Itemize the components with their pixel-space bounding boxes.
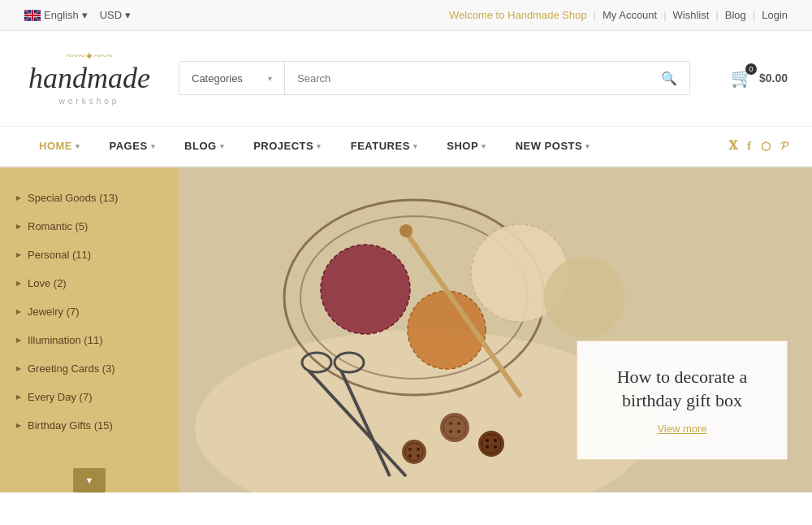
sidebar-arrow-1: ▶ — [16, 194, 21, 202]
cart-badge: 0 — [745, 63, 757, 75]
sidebar-item-jewelry[interactable]: ▶ Jewelry (7) — [0, 297, 179, 326]
svg-point-34 — [486, 445, 489, 449]
nav-pages-arrow: ▾ — [151, 142, 156, 150]
top-bar: English ▾ USD ▾ Welcome to Handmade Shop… — [0, 0, 812, 31]
cart-icon-wrap: 🛒 0 — [731, 67, 753, 89]
nav-features-label: FEATURES — [351, 140, 410, 152]
sep4: | — [753, 9, 755, 21]
nav-blog-label: BLOG — [184, 140, 217, 152]
logo-script: handmade — [24, 63, 154, 95]
sidebar-item-romantic[interactable]: ▶ Romantic (5) — [0, 212, 179, 241]
svg-point-30 — [478, 431, 504, 457]
hero-image: How to decorate a birthday gift box View… — [179, 167, 812, 492]
hero-section: ▶ Special Goods (13) ▶ Romantic (5) ▶ Pe… — [0, 167, 812, 492]
nav-projects-arrow: ▾ — [317, 142, 322, 150]
nav-item-projects[interactable]: PROJECTS ▾ — [239, 126, 336, 167]
sidebar-arrow-5: ▶ — [16, 308, 21, 315]
sidebar-item-greeting-cards[interactable]: ▶ Greeting Cards (3) — [0, 354, 179, 383]
svg-point-20 — [449, 422, 452, 425]
logo[interactable]: ~~~✦~~~ handmade workshop — [24, 51, 154, 106]
logo-subtitle: workshop — [24, 97, 154, 106]
sidebar-arrow-7: ▶ — [16, 365, 21, 372]
categories-chevron: ▾ — [268, 74, 272, 83]
nav-pages-label: PAGES — [110, 140, 148, 152]
nav-projects-label: PROJECTS — [253, 140, 313, 152]
sidebar-label-special-goods: Special Goods (13) — [28, 192, 118, 204]
sidebar-arrow-9: ▶ — [16, 422, 21, 429]
nav-new-posts-label: NEW POSTS — [516, 140, 583, 152]
currency-selector[interactable]: USD ▾ — [100, 9, 131, 21]
language-label: English — [44, 9, 79, 21]
sidebar-label-jewelry: Jewelry (7) — [28, 306, 80, 318]
login-link[interactable]: Login — [762, 9, 788, 21]
svg-point-35 — [494, 445, 497, 449]
logo-swirl: ~~~✦~~~ — [24, 51, 154, 63]
svg-point-13 — [400, 224, 412, 237]
sidebar-arrow-8: ▶ — [16, 393, 21, 401]
nav-item-blog[interactable]: BLOG ▾ — [170, 126, 239, 167]
svg-point-32 — [486, 439, 489, 442]
cart-widget[interactable]: 🛒 0 $0.00 — [731, 67, 788, 89]
nav-social: 𝕏 f ⬡ 𝓟 — [728, 139, 788, 153]
search-input[interactable] — [285, 62, 649, 94]
svg-point-22 — [449, 430, 452, 433]
nav-item-home[interactable]: HOME ▾ — [24, 126, 95, 167]
sep2: | — [663, 9, 666, 21]
nav-item-new-posts[interactable]: NEW POSTS ▾ — [501, 126, 605, 167]
hero-card-link[interactable]: View more — [657, 423, 706, 435]
sidebar-label-romantic: Romantic (5) — [28, 220, 88, 232]
sidebar-label-personal: Personal (11) — [28, 249, 91, 261]
sidebar-label-love: Love (2) — [28, 277, 67, 289]
sep1: | — [594, 9, 596, 21]
nav-item-shop[interactable]: SHOP ▾ — [432, 126, 500, 167]
sidebar-arrow-2: ▶ — [16, 223, 21, 230]
top-bar-right: Welcome to Handmade Shop | My Account | … — [449, 9, 788, 21]
sidebar-label-every-day: Every Day (7) — [28, 391, 92, 403]
svg-point-29 — [417, 454, 420, 458]
nav-item-pages[interactable]: PAGES ▾ — [95, 126, 171, 167]
sidebar-item-love[interactable]: ▶ Love (2) — [0, 269, 179, 297]
twitter-icon[interactable]: 𝕏 — [728, 139, 737, 153]
sidebar-item-every-day[interactable]: ▶ Every Day (7) — [0, 383, 179, 411]
svg-point-11 — [544, 257, 625, 338]
search-button[interactable]: 🔍 — [649, 62, 689, 94]
nav-home-label: HOME — [39, 140, 72, 152]
vimeo-icon[interactable]: ⬡ — [761, 140, 771, 153]
hero-card-title: How to decorate a birthday gift box — [606, 366, 758, 412]
sidebar-label-illumination: Illumination (11) — [28, 334, 103, 346]
svg-point-18 — [440, 413, 469, 442]
nav-blog-arrow: ▾ — [220, 142, 225, 150]
sidebar-label-greeting-cards: Greeting Cards (3) — [28, 362, 115, 375]
flag-uk-icon — [24, 10, 41, 21]
currency-chevron: ▾ — [125, 9, 131, 21]
nav-bar: HOME ▾ PAGES ▾ BLOG ▾ PROJECTS ▾ FEATURE… — [0, 127, 812, 167]
cart-amount: $0.00 — [759, 72, 788, 85]
categories-dropdown[interactable]: Categories ▾ — [179, 62, 285, 94]
nav-new-posts-arrow: ▾ — [585, 142, 590, 150]
hero-card: How to decorate a birthday gift box View… — [577, 341, 788, 459]
pinterest-icon[interactable]: 𝓟 — [780, 140, 788, 153]
nav-items: HOME ▾ PAGES ▾ BLOG ▾ PROJECTS ▾ FEATURE… — [24, 126, 605, 167]
sidebar-item-birthday-gifts[interactable]: ▶ Birthday Gifts (15) — [0, 411, 179, 440]
sep3: | — [715, 9, 718, 21]
svg-point-27 — [417, 448, 420, 451]
facebook-icon[interactable]: f — [747, 140, 751, 153]
language-selector[interactable]: English ▾ — [24, 9, 88, 21]
nav-item-features[interactable]: FEATURES ▾ — [336, 126, 433, 167]
my-account-link[interactable]: My Account — [603, 9, 657, 21]
sidebar-arrow-4: ▶ — [16, 280, 21, 287]
top-bar-left: English ▾ USD ▾ — [24, 9, 131, 21]
currency-label: USD — [100, 9, 122, 21]
language-chevron: ▾ — [82, 9, 88, 21]
sidebar-expand-button[interactable]: ▼ — [73, 468, 106, 492]
wishlist-link[interactable]: Wishlist — [673, 9, 710, 21]
blog-top-link[interactable]: Blog — [725, 9, 746, 21]
sidebar-item-personal[interactable]: ▶ Personal (11) — [0, 241, 179, 269]
svg-point-21 — [457, 422, 460, 425]
search-bar: Categories ▾ 🔍 — [179, 61, 690, 95]
sidebar-item-illumination[interactable]: ▶ Illumination (11) — [0, 326, 179, 354]
search-icon: 🔍 — [661, 71, 677, 86]
nav-features-arrow: ▾ — [413, 142, 418, 150]
categories-label: Categories — [192, 72, 243, 85]
sidebar-item-special-goods[interactable]: ▶ Special Goods (13) — [0, 184, 179, 212]
